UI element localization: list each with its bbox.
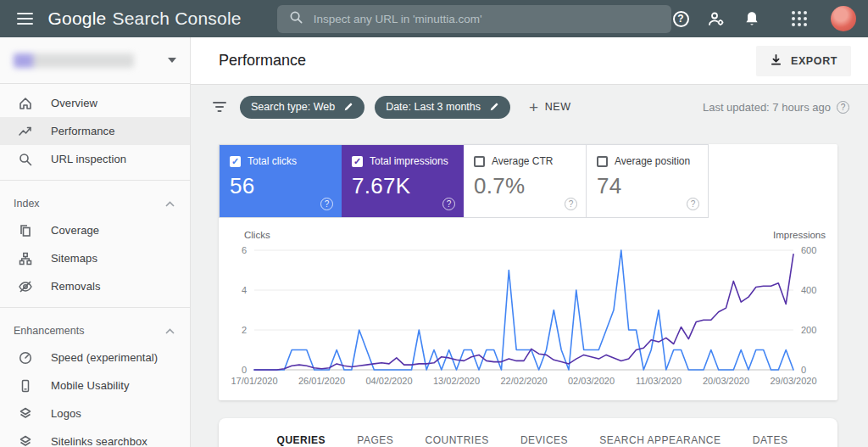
edit-pencil-icon [489, 102, 499, 112]
page-header: Performance EXPORT [191, 37, 868, 85]
sidebar-item-coverage[interactable]: Coverage [0, 216, 190, 244]
logo-google: Google [48, 8, 107, 28]
help-icon[interactable]: ? [442, 198, 455, 210]
sidebar-item-label: Overview [51, 97, 97, 109]
metric-card-total-clicks[interactable]: ✓ Total clicks 56 ? [220, 145, 342, 217]
tab-devices[interactable]: DEVICES [520, 434, 568, 446]
sitelinks-icon [18, 434, 33, 447]
home-icon [18, 96, 33, 111]
checkbox-checked-icon[interactable]: ✓ [230, 156, 241, 167]
mobile-icon [18, 378, 33, 394]
metric-value: 56 [230, 173, 331, 199]
filter-chip-date[interactable]: Date: Last 3 months [375, 96, 510, 119]
sidebar-item-label: Speed (experimental) [51, 351, 158, 364]
svg-text:20/03/2020: 20/03/2020 [703, 376, 749, 386]
help-icon[interactable]: ? [687, 198, 699, 210]
filter-icon[interactable] [213, 102, 226, 112]
section-header-enhancements[interactable]: Enhancements [0, 315, 190, 344]
right-axis-title: Impressions [773, 230, 826, 240]
search-input[interactable] [314, 13, 659, 25]
main-area: Performance EXPORT Search type: Web Date… [191, 37, 868, 447]
sidebar-item-label: Mobile Usability [51, 379, 130, 392]
download-icon [770, 53, 782, 69]
svg-text:11/03/2020: 11/03/2020 [636, 376, 682, 386]
help-icon[interactable]: ? [320, 198, 333, 210]
checkbox-unchecked-icon[interactable] [474, 156, 485, 167]
property-selector[interactable] [0, 37, 190, 84]
sidebar-item-speed[interactable]: Speed (experimental) [0, 344, 190, 372]
sidebar-item-logos[interactable]: Logos [0, 400, 190, 427]
performance-chart: Clicks Impressions 0246020040060017/01/2… [219, 218, 837, 400]
sidebar: Overview Performance URL inspection Inde… [0, 37, 191, 447]
svg-text:22/02/2020: 22/02/2020 [500, 376, 547, 386]
sidebar-item-url-inspection[interactable]: URL inspection [0, 145, 190, 173]
avatar[interactable] [831, 6, 856, 31]
tab-queries[interactable]: QUERIES [277, 434, 326, 446]
sidebar-item-performance[interactable]: Performance [0, 117, 190, 145]
section-header-index[interactable]: Index [0, 187, 190, 216]
chevron-up-icon [165, 201, 175, 207]
edit-pencil-icon [343, 102, 353, 112]
logos-icon [18, 406, 33, 422]
tab-countries[interactable]: COUNTRIES [426, 434, 489, 446]
divider [0, 307, 190, 308]
manage-users-icon[interactable] [707, 9, 726, 28]
chevron-down-icon [168, 58, 176, 63]
sidebar-item-label: URL inspection [51, 153, 126, 165]
tab-dates[interactable]: DATES [753, 434, 788, 446]
sidebar-item-label: Sitemaps [51, 252, 97, 265]
metric-card-total-impressions[interactable]: ✓ Total impressions 7.67K ? [342, 145, 464, 217]
speed-icon [18, 350, 33, 366]
checkbox-unchecked-icon[interactable] [597, 156, 608, 167]
svg-text:02/03/2020: 02/03/2020 [568, 376, 615, 386]
tab-search-appearance[interactable]: SEARCH APPEARANCE [599, 434, 721, 446]
sidebar-item-sitemaps[interactable]: Sitemaps [0, 244, 190, 272]
sidebar-item-label: Logos [51, 407, 81, 420]
metrics-row: ✓ Total clicks 56 ? ✓ Total impressions … [219, 144, 709, 218]
apps-grid-icon[interactable] [790, 9, 809, 28]
sidebar-item-mobile-usability[interactable]: Mobile Usability [0, 372, 190, 400]
performance-icon [18, 124, 33, 139]
plus-icon: + [529, 99, 539, 115]
filter-chip-search-type[interactable]: Search type: Web [240, 96, 364, 119]
sidebar-item-label: Performance [51, 125, 115, 137]
url-inspect-searchbar[interactable] [277, 5, 671, 33]
notifications-bell-icon[interactable] [743, 9, 761, 28]
new-filter-button[interactable]: + NEW [529, 99, 571, 115]
chevron-up-icon [165, 328, 175, 334]
content-area: ✓ Total clicks 56 ? ✓ Total impressions … [191, 129, 868, 447]
tab-pages[interactable]: PAGES [357, 434, 393, 446]
svg-text:0: 0 [242, 365, 247, 375]
performance-chart-panel: ✓ Total clicks 56 ? ✓ Total impressions … [219, 144, 837, 400]
search-icon [289, 10, 303, 28]
url-inspection-icon [18, 152, 33, 167]
sidebar-item-removals[interactable]: Removals [0, 272, 190, 300]
coverage-icon [18, 223, 33, 238]
checkbox-checked-icon[interactable]: ✓ [352, 156, 363, 167]
clicks-impressions-line-chart[interactable]: 0246020040060017/01/202026/01/202004/02/… [229, 243, 827, 392]
last-updated: Last updated: 7 hours ago ? [703, 101, 849, 114]
metric-card-average-ctr[interactable]: Average CTR 0.7% ? [464, 145, 586, 217]
export-button[interactable]: EXPORT [756, 46, 851, 76]
svg-text:600: 600 [801, 245, 816, 255]
sidebar-item-overview[interactable]: Overview [0, 89, 190, 117]
sidebar-item-sitelinks-searchbox[interactable]: Sitelinks searchbox [0, 427, 190, 447]
help-icon[interactable]: ? [837, 101, 849, 114]
property-name-blurred [14, 53, 134, 68]
metric-value: 74 [597, 173, 698, 199]
sidebar-item-label: Removals [51, 280, 101, 293]
svg-text:26/01/2020: 26/01/2020 [298, 376, 345, 386]
divider [0, 180, 190, 181]
svg-text:400: 400 [801, 285, 816, 295]
svg-text:04/02/2020: 04/02/2020 [365, 376, 412, 386]
removals-icon [18, 279, 33, 294]
help-icon[interactable]: ? [671, 9, 690, 28]
svg-text:29/03/2020: 29/03/2020 [770, 376, 816, 386]
metric-card-average-position[interactable]: Average position 74 ? [586, 145, 708, 217]
topbar: GoogleSearch Console ? [0, 0, 868, 37]
hamburger-menu-icon[interactable] [17, 13, 33, 25]
sidebar-item-label: Sitelinks searchbox [51, 435, 147, 447]
logo-product: Search Console [112, 8, 241, 28]
help-icon[interactable]: ? [565, 198, 577, 210]
page-title: Performance [219, 52, 306, 70]
